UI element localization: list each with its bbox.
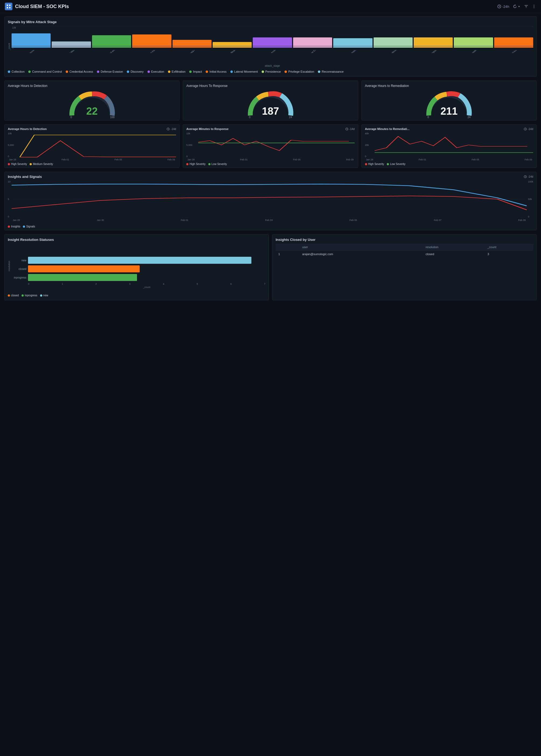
line-remediation-badge: -14d — [524, 128, 533, 131]
svg-rect-1 — [9, 5, 11, 6]
table-header-user: user — [299, 244, 423, 250]
time-range-label: -24h — [502, 5, 509, 9]
table-cell-idx: 1 — [275, 250, 299, 258]
more-btn[interactable] — [532, 4, 536, 9]
insights-signals-header: Insights and Signals -14d — [8, 175, 533, 179]
gauge-detection-max: 168 — [110, 116, 115, 119]
app-logo — [5, 3, 12, 10]
insight-resolution-panel: Insight Resolution Statuses resolution n… — [4, 234, 269, 300]
bar-group-12 — [494, 27, 533, 48]
legend-low-severity-2: Low Severity — [390, 163, 405, 166]
bar-legend-item-0: Collection — [8, 70, 25, 73]
bar-legend-item-6: Exfiltration — [168, 70, 186, 73]
hbar-legend-inprogress: inprogress — [25, 294, 37, 297]
table-cell-resolution: closed — [423, 250, 485, 258]
line-response-legend: High Severity Low Severity — [186, 163, 354, 166]
bar-x-label: attack_stage — [12, 64, 533, 67]
bar-x-label-12: Initial Access — [509, 50, 520, 53]
legend-high-severity: High Severity — [11, 163, 27, 166]
bar-chart-y-label: _count — [8, 43, 11, 50]
hbar-row-new: new — [12, 257, 266, 264]
table-cell-count: 3 — [485, 250, 533, 258]
bar-legend-item-7: Impact — [189, 70, 202, 73]
table-cell-user: arajan@sumologic.com — [299, 250, 423, 258]
table-header-idx — [275, 244, 299, 250]
gauge-remediation-value: 211 — [425, 106, 473, 117]
bar-0 — [12, 33, 51, 48]
time-range-btn[interactable]: -24h — [497, 5, 509, 9]
filter-btn[interactable] — [524, 5, 528, 8]
line-detection-header: Average Hours to Detection -14d — [8, 127, 176, 131]
insight-resolution-title: Insight Resolution Statuses — [8, 238, 266, 242]
header-left: Cloud SIEM - SOC KPIs — [5, 3, 69, 10]
line-response-badge: -14d — [345, 128, 355, 131]
bar-group-9 — [373, 27, 413, 48]
bar-legend-item-10: Persistence — [262, 70, 281, 73]
line-remediation-legend: High Severity Low Severity — [365, 163, 533, 166]
insights-legend-signals: Signals — [26, 225, 35, 228]
bar-x-label-5: Exfiltration — [228, 50, 238, 53]
bar-group-0 — [12, 27, 51, 48]
insights-x-labels: Jan 28Jan 30Feb 01Feb 03Feb 05Feb 07Feb … — [12, 219, 527, 221]
legend-low-severity: Low Severity — [212, 163, 227, 166]
line-response-header: Average Minutes to Response -14d — [186, 127, 354, 131]
bar-legend-item-2: Credential Access — [66, 70, 93, 73]
insights-legend: Insights Signals — [8, 225, 533, 228]
insights-by-user-table: user resolution _count 1 arajan@sumologi… — [275, 244, 533, 258]
bar-group-5 — [213, 27, 252, 48]
insights-legend-insights: Insights — [11, 225, 20, 228]
hbar-x-label: _count — [12, 286, 266, 288]
bar-3 — [132, 34, 171, 48]
refresh-btn[interactable] — [513, 5, 521, 8]
svg-rect-2 — [7, 7, 8, 8]
line-response-y: 15k5,0000 — [186, 132, 193, 158]
insights-signals-panel: Insights and Signals -14d 1050 — [4, 172, 537, 230]
bar-group-1 — [52, 27, 91, 48]
bottom-row: Insight Resolution Statuses resolution n… — [4, 234, 537, 304]
gauge-detection-min: 0 — [71, 116, 72, 119]
bar-x-label-11: Persistence — [469, 50, 479, 53]
bar-group-7 — [293, 27, 332, 48]
hbar-row-inprogress: inprogress — [12, 274, 266, 281]
bar-legend-item-4: Discovery — [127, 70, 144, 73]
header-right: -24h — [497, 4, 536, 9]
bar-x-label-7: Defense Evasion — [306, 50, 320, 53]
bar-x-label-2: Command and Control — [103, 50, 121, 53]
bar-x-label-6: Execution — [269, 50, 278, 53]
gauge-detection: Average Hours to Detection 22 0 168 — [4, 81, 180, 121]
line-detection-title: Average Hours to Detection — [8, 127, 47, 131]
insights-y-left: 1050 — [8, 180, 12, 223]
insights-by-user-panel: Insights Closed by User user resolution … — [272, 234, 537, 300]
gauge-detection-title: Average Hours to Detection — [8, 84, 47, 88]
line-response-x: Jan 28Feb 01Feb 05Feb 09 — [186, 158, 354, 161]
bar-group-11 — [454, 27, 493, 48]
line-remediation-title: Average Minutes to Remediati... — [365, 127, 410, 131]
insights-signals-title: Insights and Signals — [8, 175, 42, 179]
bar-group-4 — [173, 27, 212, 48]
line-charts-row: Average Hours to Detection -14d 10k5,000… — [4, 124, 537, 168]
bar-group-10 — [414, 27, 453, 48]
bar-x-label-3: Privilege Escalation — [145, 50, 161, 53]
legend-medium-severity: Medium Severity — [33, 163, 53, 166]
hbar-y-label: resolution — [8, 261, 11, 271]
hbar-legend-closed: closed — [11, 294, 19, 297]
gauge-response-min: 0 — [249, 116, 251, 119]
bar-x-label-0: Discovery — [27, 50, 36, 53]
line-detection-legend: High Severity Medium Severity — [8, 163, 176, 166]
bar-group-8 — [333, 27, 372, 48]
bar-legend-item-9: Lateral Movement — [231, 70, 258, 73]
line-remediation-x: Jan 28Feb 01Feb 05Feb 09 — [365, 158, 533, 161]
hbar-x-labels: 01234567 — [12, 283, 266, 285]
hbar-legend-new: new — [43, 294, 48, 297]
bar-x-label-4: Credential Access — [186, 50, 200, 53]
bar-x-label-9: Collection — [389, 50, 398, 53]
legend-high-severity-2: High Severity — [190, 163, 205, 166]
gauge-remediation-title: Average Hours to Remediation — [365, 84, 409, 88]
bar-x-label-10: Impact — [431, 50, 437, 53]
hbar-label-new: new — [12, 259, 26, 262]
bar-x-label-8: Reconnaissance — [347, 50, 360, 53]
header: Cloud SIEM - SOC KPIs -24h — [0, 0, 541, 13]
line-detection: Average Hours to Detection -14d 10k5,000… — [4, 124, 180, 168]
bar-legend-item-8: Initial Access — [206, 70, 227, 73]
bar-legend-item-3: Defense Evasion — [97, 70, 123, 73]
